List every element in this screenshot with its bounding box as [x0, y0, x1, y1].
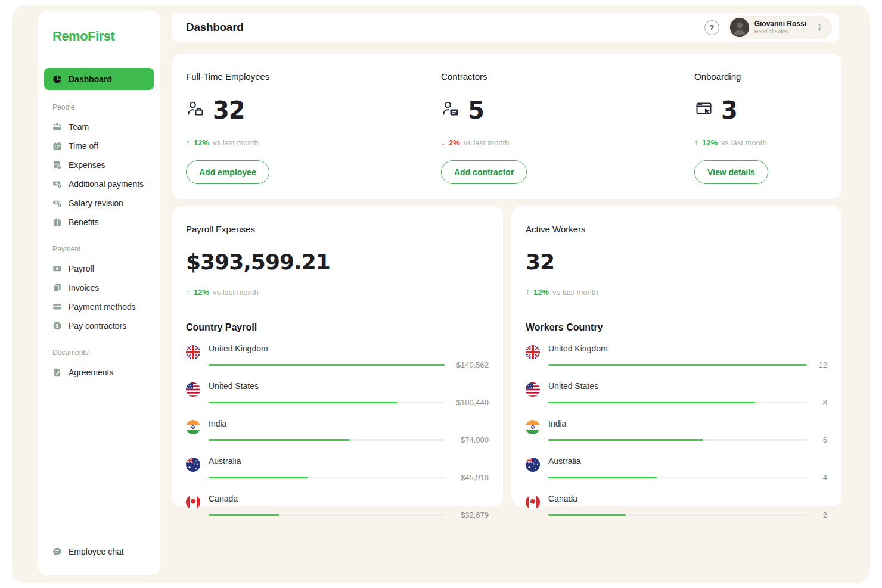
- country-payroll-list: United Kingdom$140,562United States$100,…: [186, 344, 489, 519]
- gift-icon: [52, 217, 62, 227]
- sidebar-item-dashboard[interactable]: Dashboard: [44, 68, 154, 90]
- sidebar-item-employee-chat[interactable]: Employee chat: [38, 542, 160, 561]
- country-row: United States8: [526, 381, 827, 407]
- country-name: Canada: [209, 494, 489, 503]
- country-row: Canada$32,679: [186, 494, 489, 519]
- sidebar-item-agreements[interactable]: Agreements: [38, 363, 160, 382]
- country-name: United States: [209, 381, 489, 391]
- sidebar-item-salary-revision[interactable]: Salary revision: [38, 194, 160, 213]
- sidebar-item-team[interactable]: Team: [38, 117, 160, 136]
- chat-bubble-icon: [52, 547, 62, 556]
- payroll-expenses-card: Payroll Expenses $393,599.21 ↑ 12% vs la…: [172, 206, 503, 506]
- trend-up-icon: ↑: [186, 287, 190, 297]
- flag-gb-icon: [526, 345, 540, 359]
- sidebar-item-time-off[interactable]: Time off: [38, 136, 160, 155]
- country-value: 2: [816, 511, 827, 519]
- country-bar: [209, 364, 445, 366]
- country-row: India6: [526, 419, 827, 444]
- receipt-money-icon: [52, 160, 62, 170]
- country-name: United Kingdom: [209, 344, 489, 353]
- trend-down-icon: ↓: [441, 138, 445, 147]
- app-canvas: RemoFirst Dashboard People Team Time off…: [12, 5, 870, 583]
- flag-au-icon: [186, 458, 200, 472]
- sidebar-item-benefits[interactable]: Benefits: [38, 213, 160, 232]
- country-value: 6: [816, 435, 827, 444]
- card-title: Payroll Expenses: [186, 224, 489, 234]
- sidebar-item-invoices[interactable]: Invoices: [38, 278, 160, 297]
- country-row: Australia4: [526, 456, 827, 482]
- active-workers-value: 32: [526, 250, 827, 274]
- sidebar-item-label: Dashboard: [69, 74, 112, 84]
- avatar: [730, 18, 749, 37]
- country-name: United States: [548, 381, 827, 391]
- flag-in-icon: [186, 420, 200, 434]
- country-name: India: [548, 419, 827, 428]
- sidebar-item-expenses[interactable]: Expenses: [38, 155, 160, 175]
- sidebar-section-documents: Documents: [38, 349, 160, 357]
- page-title: Dashboard: [186, 21, 244, 34]
- country-value: 12: [816, 360, 827, 369]
- question-mark-icon: ?: [709, 23, 714, 32]
- browser-cursor-icon: [694, 99, 713, 121]
- flag-gb-icon: [186, 345, 200, 359]
- add-employee-button[interactable]: Add employee: [186, 160, 269, 184]
- user-name: Giovanni Rossi: [754, 20, 806, 28]
- sidebar-section-payment: Payment: [38, 245, 160, 253]
- payroll-total-value: $393,599.21: [186, 250, 489, 274]
- documents-icon: [52, 283, 62, 293]
- flag-ca-icon: [526, 495, 540, 509]
- stat-value: 5: [468, 97, 484, 124]
- country-bar: [548, 402, 807, 403]
- add-contractor-button[interactable]: Add contractor: [441, 160, 527, 184]
- trend-up-icon: ↑: [186, 138, 190, 147]
- banknote-icon: [52, 264, 62, 273]
- country-name: Canada: [548, 494, 827, 503]
- flag-in-icon: [526, 420, 540, 434]
- country-row: United States$100,440: [186, 381, 489, 407]
- country-value: 8: [816, 398, 827, 407]
- country-name: Australia: [209, 456, 489, 466]
- country-bar: [209, 477, 445, 478]
- trend-row: ↑ 12% vs last month: [526, 287, 827, 297]
- help-button[interactable]: ?: [704, 20, 719, 35]
- sidebar-item-payroll[interactable]: Payroll: [38, 259, 160, 278]
- flag-ca-icon: [186, 495, 200, 509]
- employee-briefcase-icon: [186, 99, 205, 121]
- country-row: United Kingdom$140,562: [186, 344, 489, 369]
- stat-title: Contractors: [441, 71, 694, 82]
- user-profile-menu[interactable]: Giovanni Rossi Head of Sales ⋮: [728, 16, 832, 39]
- country-value: $140,562: [454, 360, 489, 369]
- calendar-icon: [52, 141, 62, 151]
- trend-row: ↑ 12% vs last month: [186, 287, 489, 297]
- country-bar: [548, 364, 807, 366]
- active-workers-card: Active Workers 32 ↑ 12% vs last month Wo…: [511, 206, 841, 506]
- sidebar-section-people: People: [38, 103, 160, 111]
- country-value: $100,440: [454, 398, 489, 407]
- contractor-card-icon: [441, 99, 460, 121]
- workers-country-list: United Kingdom12United States8India6Aust…: [526, 344, 827, 519]
- flag-us-icon: [186, 382, 200, 397]
- country-row: Australia$45,918: [186, 456, 489, 482]
- sidebar-item-pay-contractors[interactable]: $ Pay contractors: [38, 316, 160, 335]
- country-value: 4: [816, 473, 827, 482]
- kebab-menu-icon[interactable]: ⋮: [812, 23, 827, 32]
- sidebar-item-additional-payments[interactable]: Additional payments: [38, 175, 160, 194]
- flag-us-icon: [526, 382, 540, 397]
- country-row: Canada2: [526, 494, 827, 519]
- stat-value: 3: [721, 97, 737, 124]
- agreement-pen-icon: [52, 368, 62, 377]
- country-name: India: [209, 419, 489, 428]
- stat-contractors: Contractors 5 ↓ 2% vs last month Add con…: [441, 71, 694, 199]
- sidebar-item-payment-methods[interactable]: Payment methods: [38, 297, 160, 316]
- country-value: $74,000: [454, 435, 489, 444]
- divider: [526, 309, 827, 309]
- card-title: Active Workers: [526, 224, 827, 234]
- country-value: $45,918: [454, 473, 489, 482]
- trend-up-icon: ↑: [526, 287, 530, 297]
- dollar-circle-icon: $: [52, 321, 62, 331]
- view-details-button[interactable]: View details: [694, 160, 768, 184]
- top-header: Dashboard ? Giovanni Rossi Head of Sales…: [172, 13, 839, 42]
- trend-row: ↑ 12% vs last month: [186, 138, 441, 147]
- country-bar: [548, 514, 807, 516]
- stats-card: Full-Time Employees 32 ↑ 12% vs last mon…: [172, 54, 841, 199]
